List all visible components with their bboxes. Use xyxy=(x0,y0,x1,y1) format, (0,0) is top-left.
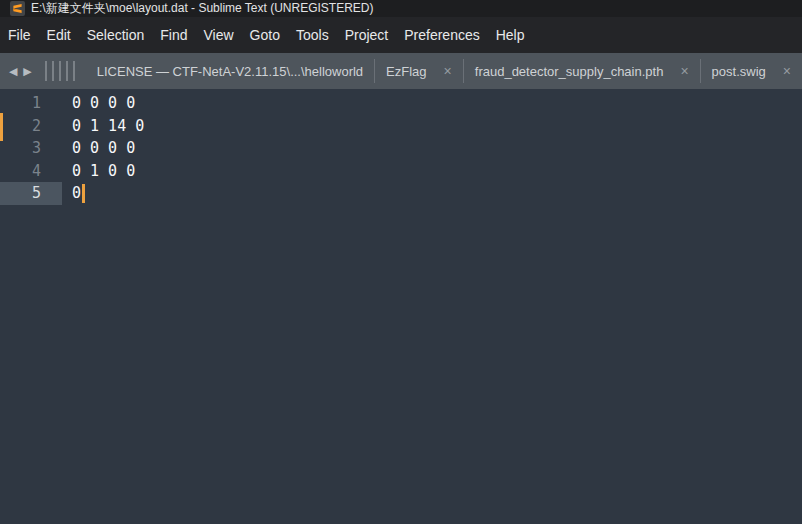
menu-item-file[interactable]: File xyxy=(0,17,39,53)
code-line-5[interactable]: 5 0 xyxy=(0,182,802,205)
collapsed-tab-sliver[interactable] xyxy=(59,61,61,81)
tab-label: EzFlag xyxy=(386,64,426,79)
tab-label: post.swig xyxy=(712,64,766,79)
line-text: 0 0 0 0 xyxy=(62,137,135,160)
title-bar: E:\新建文件夹\moe\layout.dat - Sublime Text (… xyxy=(0,0,802,17)
line-text: 0 xyxy=(72,184,81,202)
line2-change-marker xyxy=(0,113,3,141)
code-line-1[interactable]: 1 0 0 0 0 xyxy=(0,92,802,115)
menu-item-tools[interactable]: Tools xyxy=(288,17,337,53)
code-line-2[interactable]: 2 0 1 14 0 xyxy=(0,115,802,138)
code-line-3[interactable]: 3 0 0 0 0 xyxy=(0,137,802,160)
line-text: 0 1 0 0 xyxy=(62,160,135,183)
menu-item-project[interactable]: Project xyxy=(337,17,397,53)
tab-bar: ◀ ▶ LICENSE — CTF-NetA-V2.11.15\...\hell… xyxy=(0,53,802,89)
collapsed-tab-sliver[interactable] xyxy=(45,61,47,81)
line-number-active[interactable]: 5 xyxy=(0,182,62,205)
line-number[interactable]: 2 xyxy=(0,115,62,138)
menu-item-find[interactable]: Find xyxy=(152,17,195,53)
sublime-logo-icon xyxy=(10,1,25,16)
menu-item-selection[interactable]: Selection xyxy=(79,17,153,53)
line-text: 0 0 0 0 xyxy=(62,92,135,115)
line-number[interactable]: 3 xyxy=(0,137,62,160)
line-text-with-cursor: 0 xyxy=(62,182,85,205)
tab-scroll-left-icon[interactable]: ◀ xyxy=(6,53,20,89)
code-line-4[interactable]: 4 0 1 0 0 xyxy=(0,160,802,183)
close-icon[interactable]: × xyxy=(783,64,791,78)
tab-fraud-detector-supply-chain[interactable]: fraud_detector_supply_chain.pth × xyxy=(464,53,700,89)
tab-scroll-right-icon[interactable]: ▶ xyxy=(20,53,34,89)
line-number[interactable]: 1 xyxy=(0,92,62,115)
editor-area[interactable]: 1 0 0 0 0 2 0 1 14 0 3 0 0 0 0 4 0 1 0 0… xyxy=(0,89,802,524)
menu-item-goto[interactable]: Goto xyxy=(242,17,288,53)
line-number[interactable]: 4 xyxy=(0,160,62,183)
tab-label: fraud_detector_supply_chain.pth xyxy=(475,64,664,79)
tab-ezflag[interactable]: EzFlag × xyxy=(375,53,463,89)
menu-item-edit[interactable]: Edit xyxy=(39,17,79,53)
tab-post-swig[interactable]: post.swig × xyxy=(701,53,802,89)
window-title: E:\新建文件夹\moe\layout.dat - Sublime Text (… xyxy=(31,0,374,17)
sublime-text-window: E:\新建文件夹\moe\layout.dat - Sublime Text (… xyxy=(0,0,802,524)
collapsed-tab-sliver[interactable] xyxy=(73,61,75,81)
close-icon[interactable]: × xyxy=(680,64,688,78)
menu-item-preferences[interactable]: Preferences xyxy=(396,17,487,53)
close-icon[interactable]: × xyxy=(444,64,452,78)
tab-label: LICENSE — CTF-NetA-V2.11.15\...\hellowor… xyxy=(97,64,363,79)
menu-item-help[interactable]: Help xyxy=(488,17,533,53)
collapsed-tab-sliver[interactable] xyxy=(52,61,54,81)
text-cursor xyxy=(82,184,85,203)
tab-license-helloworld[interactable]: LICENSE — CTF-NetA-V2.11.15\...\hellowor… xyxy=(86,53,374,89)
collapsed-tab-sliver[interactable] xyxy=(66,61,68,81)
line-text: 0 1 14 0 xyxy=(62,115,144,138)
collapsed-tabs xyxy=(45,53,80,89)
menu-bar: File Edit Selection Find View Goto Tools… xyxy=(0,17,802,53)
menu-item-view[interactable]: View xyxy=(196,17,242,53)
